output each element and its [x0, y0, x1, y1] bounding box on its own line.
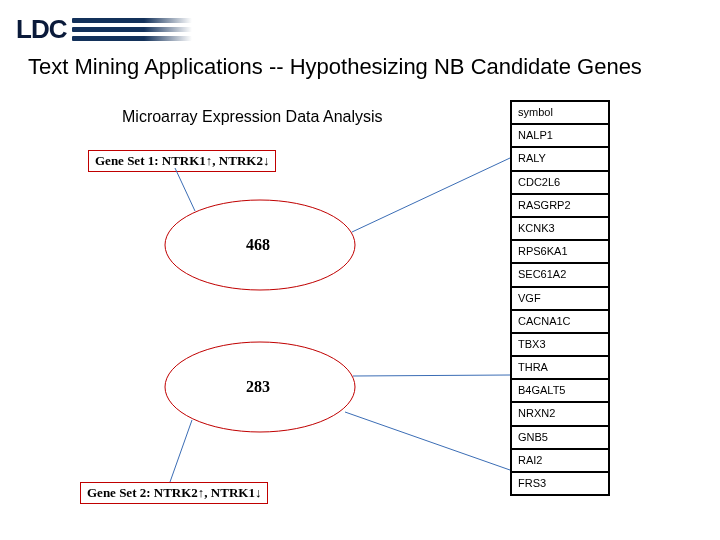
slide: LDC Text Mining Applications -- Hypothes… [0, 0, 720, 540]
svg-line-5 [353, 375, 510, 376]
ldc-logo-line [72, 36, 192, 41]
symbol-table-row: RPS6KA1 [512, 241, 608, 264]
symbol-table-row: RASGRP2 [512, 195, 608, 218]
ldc-logo-lines [72, 18, 192, 41]
down-arrow-icon: ↓ [263, 153, 270, 168]
symbol-table-row: CDC2L6 [512, 172, 608, 195]
symbol-table-row: VGF [512, 288, 608, 311]
symbol-table-row: B4GALT5 [512, 380, 608, 403]
symbol-table-row: CACNA1C [512, 311, 608, 334]
symbol-table-row: KCNK3 [512, 218, 608, 241]
svg-line-6 [345, 412, 510, 470]
symbol-table: symbol NALP1 RALY CDC2L6 RASGRP2 KCNK3 R… [510, 100, 610, 496]
svg-line-3 [170, 420, 192, 482]
diagram-svg [0, 0, 720, 540]
ellipse-2-count: 283 [246, 378, 270, 396]
gene-set-1-box: Gene Set 1: NTRK1↑, NTRK2↓ [88, 150, 276, 172]
page-title: Text Mining Applications -- Hypothesizin… [28, 54, 642, 80]
gene-set-1-mid: , NTRK2 [212, 153, 263, 168]
ldc-logo-text: LDC [16, 14, 66, 45]
symbol-table-row: RAI2 [512, 450, 608, 473]
page-subtitle: Microarray Expression Data Analysis [122, 108, 383, 126]
symbol-table-row: SEC61A2 [512, 264, 608, 287]
symbol-table-row: NALP1 [512, 125, 608, 148]
gene-set-2-prefix: Gene Set 2: NTRK2 [87, 485, 198, 500]
symbol-table-row: TBX3 [512, 334, 608, 357]
down-arrow-icon: ↓ [255, 485, 262, 500]
ldc-logo: LDC [16, 10, 206, 48]
ldc-logo-line [72, 27, 192, 32]
gene-set-2-mid: , NTRK1 [204, 485, 255, 500]
symbol-table-row: NRXN2 [512, 403, 608, 426]
gene-set-2-box: Gene Set 2: NTRK2↑, NTRK1↓ [80, 482, 268, 504]
ldc-logo-line [72, 18, 192, 23]
symbol-table-row: THRA [512, 357, 608, 380]
svg-line-4 [352, 158, 510, 232]
symbol-table-row: FRS3 [512, 473, 608, 496]
symbol-table-row: GNB5 [512, 427, 608, 450]
symbol-table-row: RALY [512, 148, 608, 171]
symbol-table-header: symbol [512, 102, 608, 125]
ellipse-1-count: 468 [246, 236, 270, 254]
svg-line-2 [175, 168, 195, 211]
gene-set-1-prefix: Gene Set 1: NTRK1 [95, 153, 206, 168]
